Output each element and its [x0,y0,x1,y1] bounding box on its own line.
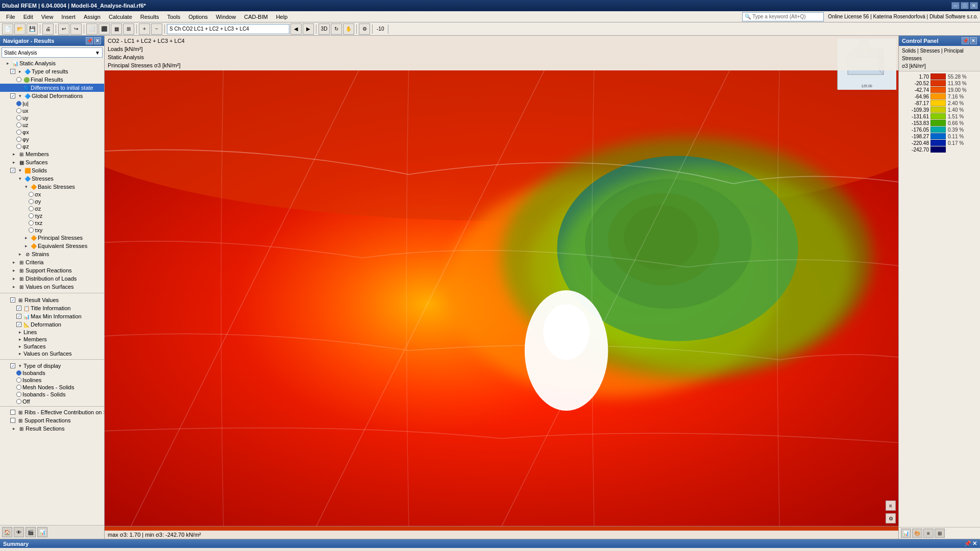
rotate-btn[interactable]: ↻ [331,23,342,35]
nav-type-display[interactable]: ✓ ▾ Type of display [0,362,104,369]
menu-edit[interactable]: Edit [19,13,37,21]
save-button[interactable]: 💾 [27,23,38,35]
radio-uy[interactable] [16,115,21,120]
viewport-legend-btn[interactable]: ≡ [886,500,896,511]
cp-tool-4[interactable]: ⊞ [935,529,945,538]
view-btn1[interactable]: ⬜ [86,23,97,35]
nav-static-analysis[interactable]: ▸ 📊 Static Analysis [0,59,104,67]
nav-sz[interactable]: σz [0,205,104,212]
menu-options[interactable]: Options [184,13,212,21]
settings-btn[interactable]: ⚙ [359,23,370,35]
check-maxmin[interactable]: ✓ [16,314,21,319]
nav-print-btn[interactable]: 📊 [37,527,47,537]
prev-case[interactable]: ◀ [290,23,302,35]
check-type-display[interactable]: ✓ [10,363,15,368]
nav-result-sections[interactable]: ▸ ⊞ Result Sections [0,424,104,433]
radio-phiz[interactable] [16,144,21,149]
menu-cadbim[interactable]: CAD-BIM [240,13,272,21]
cp-close-button[interactable]: ✕ [970,37,977,44]
radio-isobands[interactable] [16,370,21,375]
radio-u[interactable] [16,101,21,106]
menu-insert[interactable]: Insert [57,13,80,21]
radio-sx[interactable] [29,192,34,197]
menu-results[interactable]: Results [136,13,163,21]
nav-stresses[interactable]: ▾ 🔷 Stresses [0,174,104,183]
nav-close-button[interactable]: ✕ [94,37,101,44]
nav-txz[interactable]: τxz [0,219,104,227]
radio-off[interactable] [16,399,21,404]
view-btn3[interactable]: ▦ [111,23,122,35]
cp-tool-2[interactable]: 🎨 [912,529,922,538]
radio-ux[interactable] [16,108,21,113]
load-combo[interactable]: S Ch CO2 LC1 + LC2 + LC3 + LC4 [167,24,289,34]
nav-values-surfaces[interactable]: ▸ ⊞ Values on Surfaces [0,283,104,291]
nav-result-values[interactable]: ✓ ⊞ Result Values [0,296,104,304]
nav-phiz[interactable]: φz [0,143,104,150]
summary-goto[interactable]: Go To [2,549,25,552]
menu-window[interactable]: Window [212,13,240,21]
check-title[interactable]: ✓ [16,306,21,311]
check-global[interactable]: ✓ [10,93,15,98]
menu-assign[interactable]: Assign [80,13,105,21]
nav-pin-button[interactable]: 📌 [86,37,93,44]
nav-video-btn[interactable]: 🎬 [26,527,36,537]
nav-analysis-combo[interactable]: Static Analysis ▼ [2,47,103,58]
3d-view-btn[interactable]: 3D [318,23,330,35]
pan-btn[interactable]: ✋ [343,23,354,35]
view-btn4[interactable]: ⊞ [123,23,134,35]
radio-sz[interactable] [29,206,34,211]
summary-edit[interactable]: Edit [26,549,44,552]
check-result-values[interactable]: ✓ [10,297,15,303]
zoom-out-button[interactable]: − [151,23,162,35]
nav-surfaces[interactable]: ▸ ▦ Surfaces [0,158,104,166]
menu-calculate[interactable]: Calculate [105,13,136,21]
radio-isolines[interactable] [16,378,21,383]
menu-help[interactable]: Help [272,13,292,21]
cp-tool-3[interactable]: ≡ [923,529,934,538]
check-support2[interactable] [10,418,15,423]
nav-title-info[interactable]: ✓ 📋 Title Information [0,304,104,312]
nav-results-btn[interactable]: 👁 [14,527,24,537]
nav-support-reactions[interactable]: ▸ ⊞ Support Reactions [0,266,104,274]
radio-final[interactable] [16,77,21,82]
open-button[interactable]: 📂 [14,23,26,35]
nav-lines[interactable]: ▸ Lines [0,329,104,336]
radio-differences[interactable] [16,85,21,90]
nav-isolines[interactable]: Isolines [0,377,104,384]
nav-isobands-solids[interactable]: Isobands - Solids [0,391,104,398]
nav-final-results[interactable]: 🟢 Final Results [0,76,104,84]
nav-phix[interactable]: φx [0,129,104,136]
radio-phix[interactable] [16,130,21,135]
undo-button[interactable]: ↩ [58,23,69,35]
nav-equiv[interactable]: ▸ 🔶 Equivalent Stresses [0,242,104,250]
viewport-settings-btn[interactable]: ⚙ [886,513,896,523]
nav-members3[interactable]: ▸ Members [0,336,104,343]
nav-sy[interactable]: σy [0,198,104,205]
radio-phiy[interactable] [16,137,21,142]
nav-off[interactable]: Off [0,398,104,405]
nav-differences[interactable]: 🔵 Differences to initial state [0,84,104,92]
nav-deformation[interactable]: ✓ 📐 Deformation [0,320,104,329]
print-button[interactable]: 🖨 [42,23,54,35]
check-deformation[interactable]: ✓ [16,322,21,327]
nav-txy[interactable]: τxy [0,227,104,234]
check-type-results[interactable]: ✓ [10,69,15,74]
zoom-in-button[interactable]: + [139,23,150,35]
nav-phiy[interactable]: φy [0,136,104,143]
summary-view[interactable]: View [77,549,97,552]
menu-view[interactable]: View [37,13,58,21]
radio-sy[interactable] [29,199,34,204]
nav-vals-on-surf[interactable]: ▸ Values on Surfaces [0,350,104,357]
nav-model-btn[interactable]: 🏠 [2,527,12,537]
cp-pin-button[interactable]: 📌 [962,37,969,44]
next-case[interactable]: ▶ [303,23,314,35]
nav-principal[interactable]: ▸ 🔶 Principal Stresses [0,234,104,242]
summary-close-button[interactable]: ✕ [972,540,977,547]
3d-viewport[interactable]: CO2 - LC1 + LC2 + LC3 + LC4 Loads [kN/m²… [105,36,898,539]
nav-global-deformations[interactable]: ✓ ▾ 🔷 Global Deformations [0,92,104,100]
menu-file[interactable]: File [2,13,19,21]
nav-sx[interactable]: σx [0,191,104,198]
keyword-search[interactable]: 🔍 Type a keyword (Alt+Q) [742,12,824,21]
nav-uy[interactable]: uy [0,114,104,121]
nav-criteria[interactable]: ▸ ⊞ Criteria [0,258,104,266]
